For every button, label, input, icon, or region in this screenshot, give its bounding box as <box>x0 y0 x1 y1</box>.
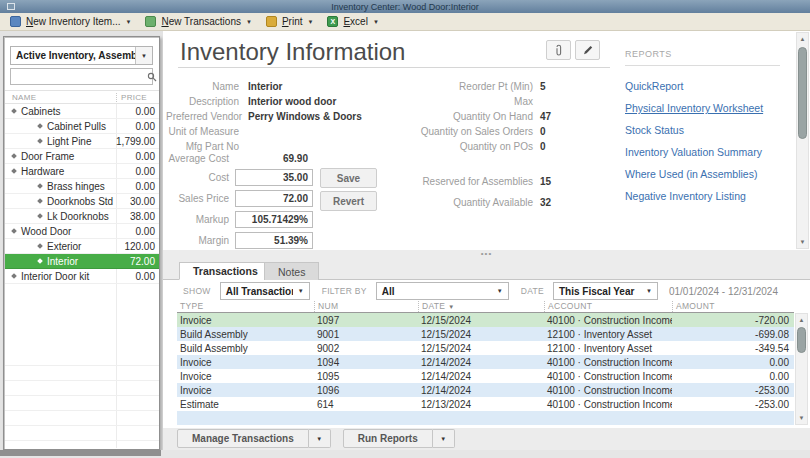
list-item[interactable]: Interior Door kit0.00 <box>5 269 159 284</box>
run-reports-dropdown[interactable]: ▼ <box>433 429 455 448</box>
new-inventory-item-button[interactable]: New Inventory Item... ▼ <box>6 14 135 30</box>
filter-by-dropdown[interactable]: All▼ <box>376 282 509 300</box>
tab-transactions[interactable]: Transactions <box>179 262 272 280</box>
list-item[interactable]: Brass hinges0.00 <box>5 179 159 194</box>
run-reports-button[interactable]: Run Reports <box>343 429 433 448</box>
window-bottom-edge <box>0 450 810 458</box>
paperclip-icon <box>553 44 565 57</box>
reorder-pt-value: 5 <box>540 81 546 92</box>
list-item[interactable]: Doorknobs Std30.00 <box>5 194 159 209</box>
diamond-icon <box>11 228 17 234</box>
account-column-header[interactable]: ACCOUNT <box>544 301 672 312</box>
inventory-information-panel: Inventory Information NameInterior Descr… <box>163 31 810 250</box>
scrollbar-thumb[interactable] <box>798 47 807 139</box>
reserved-for-assemblies-value: 15 <box>540 176 551 187</box>
margin-input[interactable]: 51.39% <box>235 232 313 249</box>
save-button[interactable]: Save <box>320 168 377 188</box>
list-item-selected[interactable]: Interior72.00 <box>5 254 159 269</box>
quickreport-link[interactable]: QuickReport <box>625 75 785 97</box>
print-button[interactable]: Print ▼ <box>262 14 318 30</box>
name-column-header[interactable]: NAME <box>5 93 116 102</box>
list-item[interactable]: Exterior120.00 <box>5 239 159 254</box>
show-dropdown[interactable]: All Transactions▼ <box>220 282 310 300</box>
chevron-down-icon[interactable]: ▼ <box>373 19 379 25</box>
quantity-fields: Reorder Pt (Min)5 Max Quantity On Hand47… <box>409 79 599 154</box>
stock-status-link[interactable]: Stock Status <box>625 119 785 141</box>
sales-price-input[interactable]: 72.00 <box>235 190 313 207</box>
attachments-button[interactable] <box>546 40 571 60</box>
num-column-header[interactable]: NUM <box>314 301 418 312</box>
assembly-fields: Reserved for Assemblies15 Quantity Avail… <box>409 171 599 213</box>
chevron-down-icon: ▼ <box>492 288 508 294</box>
date-column-header[interactable]: DATE▼ <box>418 301 544 312</box>
list-item[interactable]: Door Frame0.00 <box>5 149 159 164</box>
main-panel-scrollbar[interactable]: ▲ ▼ <box>796 32 809 249</box>
edit-button[interactable] <box>575 40 600 60</box>
inventory-valuation-summary-link[interactable]: Inventory Valuation Summary <box>625 141 785 163</box>
window-restore-icon[interactable] <box>7 3 15 10</box>
where-used-link[interactable]: Where Used (in Assemblies) <box>625 163 785 185</box>
diamond-icon <box>37 123 43 129</box>
search-icon[interactable] <box>147 69 157 84</box>
amount-column-header[interactable]: AMOUNT <box>672 301 794 312</box>
new-transactions-button[interactable]: New Transactions ▼ <box>141 14 255 30</box>
transactions-table-header: TYPE NUM DATE▼ ACCOUNT AMOUNT <box>177 300 794 313</box>
table-row-empty <box>177 411 794 425</box>
divider <box>178 67 610 68</box>
transactions-content: SHOW All Transactions▼ FILTER BY All▼ DA… <box>163 279 810 428</box>
scrollbar-thumb[interactable] <box>797 327 806 353</box>
diamond-icon <box>11 168 17 174</box>
date-range-text: 01/01/2024 - 12/31/2024 <box>669 286 778 297</box>
table-row[interactable]: Estimate61412/13/202440100 · Constructio… <box>177 397 794 411</box>
manage-transactions-button[interactable]: Manage Transactions <box>177 429 309 448</box>
scroll-up-icon[interactable]: ▲ <box>796 314 807 326</box>
list-item[interactable]: Cabinets0.00 <box>5 104 159 119</box>
date-dropdown[interactable]: This Fiscal Year▼ <box>553 282 658 300</box>
table-row[interactable]: Invoice109612/14/202440100 · Constructio… <box>177 383 794 397</box>
physical-inventory-worksheet-link[interactable]: Physical Inventory Worksheet <box>625 97 785 119</box>
type-column-header[interactable]: TYPE <box>177 301 314 312</box>
diamond-icon <box>37 243 43 249</box>
cost-fields: Average Cost69.90 Cost35.00 Sales Price7… <box>166 150 313 251</box>
diamond-icon <box>37 198 43 204</box>
tab-notes[interactable]: Notes <box>264 262 319 280</box>
excel-button[interactable]: X Excel ▼ <box>323 14 382 30</box>
list-item[interactable]: Lk Doorknobs38.00 <box>5 209 159 224</box>
transactions-table: TYPE NUM DATE▼ ACCOUNT AMOUNT Invoice109… <box>177 300 794 425</box>
list-filter-dropdown-button[interactable]: ▼ <box>135 47 152 64</box>
list-item[interactable]: Cabinet Pulls0.00 <box>5 119 159 134</box>
sort-descending-icon: ▼ <box>448 304 454 310</box>
title-bar: Inventory Center: Wood Door:Interior <box>0 0 810 13</box>
markup-input[interactable]: 105.71429% <box>235 211 313 228</box>
table-row[interactable]: Build Assembly900212/15/202412100 · Inve… <box>177 341 794 355</box>
manage-transactions-dropdown[interactable]: ▼ <box>309 429 331 448</box>
chevron-down-icon[interactable]: ▼ <box>307 19 313 25</box>
scroll-up-icon[interactable]: ▲ <box>797 33 808 45</box>
item-search-input[interactable] <box>11 70 147 83</box>
negative-inventory-listing-link[interactable]: Negative Inventory Listing <box>625 185 785 207</box>
chevron-down-icon[interactable]: ▼ <box>126 19 132 25</box>
table-row-selected[interactable]: Invoice109712/15/202440100 · Constructio… <box>177 313 794 327</box>
list-item[interactable]: Wood Door0.00 <box>5 224 159 239</box>
scroll-down-icon[interactable]: ▼ <box>797 236 808 248</box>
diamond-icon <box>11 273 17 279</box>
revert-button[interactable]: Revert <box>320 191 377 211</box>
cost-input[interactable]: 35.00 <box>235 169 313 186</box>
reports-section: REPORTS QuickReport Physical Inventory W… <box>625 49 785 207</box>
divider <box>625 65 780 66</box>
list-item[interactable]: Light Pine1,799.00 <box>5 134 159 149</box>
run-reports-split-button: Run Reports ▼ <box>343 429 455 448</box>
price-column-header[interactable]: PRICE <box>116 93 159 102</box>
table-row[interactable]: Build Assembly900112/15/202412100 · Inve… <box>177 327 794 341</box>
table-row[interactable]: Invoice109412/14/202440100 · Constructio… <box>177 355 794 369</box>
transactions-scrollbar[interactable]: ▲ ▼ <box>795 313 808 425</box>
list-item[interactable]: Hardware0.00 <box>5 164 159 179</box>
splitter-handle[interactable]: ••• <box>163 250 810 258</box>
chevron-down-icon[interactable]: ▼ <box>246 19 252 25</box>
list-filter-dropdown[interactable]: Active Inventory, Assembly ▼ <box>10 46 153 65</box>
diamond-icon <box>37 183 43 189</box>
quantity-on-sales-orders-value: 0 <box>540 126 546 137</box>
scroll-down-icon[interactable]: ▼ <box>796 412 807 424</box>
quantity-on-pos-value: 0 <box>540 141 546 152</box>
table-row[interactable]: Invoice109512/14/202440100 · Constructio… <box>177 369 794 383</box>
